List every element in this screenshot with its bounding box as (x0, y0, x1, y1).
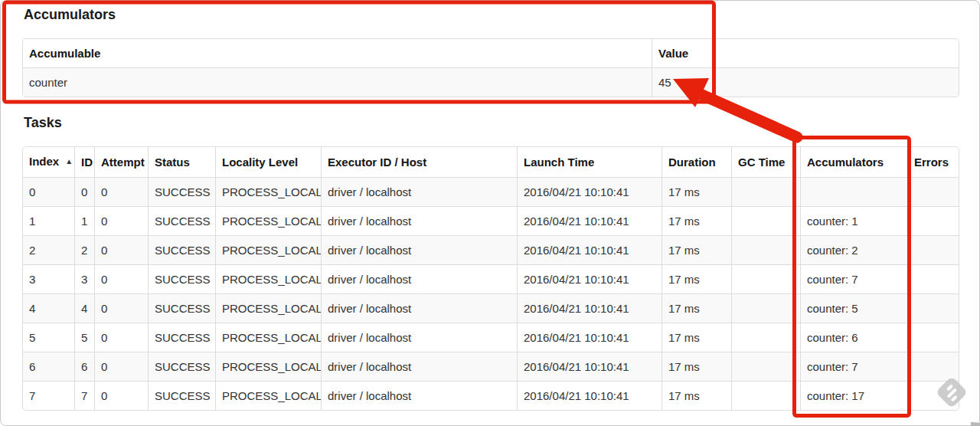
table-row: 220SUCCESSPROCESS_LOCALdriver / localhos… (23, 235, 959, 264)
table-cell: 0 (94, 381, 148, 410)
table-row: 550SUCCESSPROCESS_LOCALdriver / localhos… (23, 323, 959, 352)
column-header-label: Index (29, 155, 59, 168)
tasks-heading: Tasks (24, 115, 62, 131)
table-cell: PROCESS_LOCAL (215, 323, 321, 352)
table-cell: 2016/04/21 10:10:41 (517, 264, 662, 293)
column-header-locality-level[interactable]: Locality Level (215, 147, 321, 177)
table-cell: driver / localhost (321, 235, 517, 264)
column-header-errors[interactable]: Errors (907, 147, 959, 177)
table-cell: PROCESS_LOCAL (215, 206, 321, 235)
table-cell: driver / localhost (321, 177, 517, 206)
table-cell: 2016/04/21 10:10:41 (517, 235, 662, 264)
table-cell: 2016/04/21 10:10:41 (517, 293, 662, 323)
table-cell: 45 (652, 67, 959, 97)
table-cell: counter: 2 (800, 235, 907, 264)
column-header-gc-time[interactable]: GC Time (731, 147, 800, 177)
table-cell: 4 (74, 293, 94, 323)
table-cell: SUCCESS (148, 235, 215, 264)
table-cell: 7 (23, 381, 74, 410)
table-cell: counter: 17 (800, 381, 907, 410)
table-cell: 2016/04/21 10:10:41 (517, 177, 662, 206)
table-cell: 2 (74, 235, 94, 264)
table-cell: PROCESS_LOCAL (215, 235, 321, 264)
table-cell (907, 177, 959, 206)
table-cell: SUCCESS (148, 381, 215, 410)
table-cell: 0 (94, 235, 148, 264)
table-header-row: Index▲ ID Attempt Status Locality Level … (23, 147, 959, 177)
table-cell: 1 (23, 206, 74, 235)
table-cell: 4 (23, 293, 74, 323)
table-cell: 2016/04/21 10:10:41 (517, 323, 662, 352)
accumulators-table: Accumulable Value counter45 (22, 38, 959, 97)
table-cell (907, 206, 959, 235)
table-row: 330SUCCESSPROCESS_LOCALdriver / localhos… (23, 264, 959, 293)
column-header-attempt[interactable]: Attempt (94, 147, 148, 177)
table-cell: 17 ms (662, 177, 731, 206)
page: Accumulators Accumulable Value counter45… (0, 0, 980, 426)
table-cell (731, 293, 800, 323)
table-cell: counter (23, 67, 652, 97)
table-cell: PROCESS_LOCAL (215, 177, 321, 206)
column-header-executor-id-host[interactable]: Executor ID / Host (321, 147, 517, 177)
sort-ascending-icon: ▲ (65, 157, 73, 165)
table-cell: 17 ms (662, 293, 731, 323)
watermark-stripe (951, 395, 958, 402)
table-cell: 7 (74, 381, 94, 410)
table-cell (731, 177, 800, 206)
table-row: 110SUCCESSPROCESS_LOCALdriver / localhos… (23, 206, 959, 235)
table-cell: counter: 7 (800, 264, 907, 293)
table-cell: driver / localhost (321, 352, 517, 381)
table-cell: 6 (74, 352, 94, 381)
table-cell (907, 352, 959, 381)
table-cell: 0 (94, 177, 148, 206)
table-cell: 5 (74, 323, 94, 352)
column-header-id[interactable]: ID (74, 147, 94, 177)
table-cell: 0 (23, 177, 74, 206)
column-header-duration[interactable]: Duration (662, 147, 731, 177)
table-cell: SUCCESS (148, 293, 215, 323)
table-cell: SUCCESS (148, 323, 215, 352)
table-cell: 2 (23, 235, 74, 264)
column-header-launch-time[interactable]: Launch Time (517, 147, 662, 177)
column-header-index[interactable]: Index▲ (23, 147, 74, 177)
table-row: counter45 (23, 67, 959, 97)
table-cell (731, 235, 800, 264)
table-row: 000SUCCESSPROCESS_LOCALdriver / localhos… (23, 177, 959, 206)
table-cell: driver / localhost (321, 293, 517, 323)
table-cell: 0 (94, 293, 148, 323)
table-cell: SUCCESS (148, 177, 215, 206)
column-header-accumulable: Accumulable (23, 39, 652, 67)
table-cell (907, 293, 959, 323)
table-cell: driver / localhost (321, 206, 517, 235)
table-cell: 3 (23, 264, 74, 293)
table-cell (907, 323, 959, 352)
table-cell: SUCCESS (148, 352, 215, 381)
column-header-accumulators[interactable]: Accumulators (800, 147, 907, 177)
table-cell (907, 235, 959, 264)
table-cell: 2016/04/21 10:10:41 (517, 206, 662, 235)
table-cell: 0 (94, 352, 148, 381)
table-cell: counter: 6 (800, 323, 907, 352)
table-cell: 17 ms (662, 206, 731, 235)
table-cell: 3 (74, 264, 94, 293)
table-cell: PROCESS_LOCAL (215, 293, 321, 323)
table-cell: SUCCESS (148, 206, 215, 235)
table-cell: SUCCESS (148, 264, 215, 293)
table-cell: 17 ms (662, 235, 731, 264)
table-cell (731, 264, 800, 293)
table-cell: PROCESS_LOCAL (215, 352, 321, 381)
table-cell: PROCESS_LOCAL (215, 381, 321, 410)
table-cell: 0 (94, 206, 148, 235)
table-cell (731, 352, 800, 381)
table-cell: 5 (23, 323, 74, 352)
table-cell: PROCESS_LOCAL (215, 264, 321, 293)
table-cell: 1 (74, 206, 94, 235)
column-header-status[interactable]: Status (148, 147, 215, 177)
table-cell: 17 ms (662, 264, 731, 293)
table-cell: counter: 5 (800, 293, 907, 323)
table-cell: 0 (74, 177, 94, 206)
accumulators-heading: Accumulators (24, 7, 116, 23)
table-cell: 0 (94, 264, 148, 293)
table-cell (731, 381, 800, 410)
table-cell (800, 177, 907, 206)
